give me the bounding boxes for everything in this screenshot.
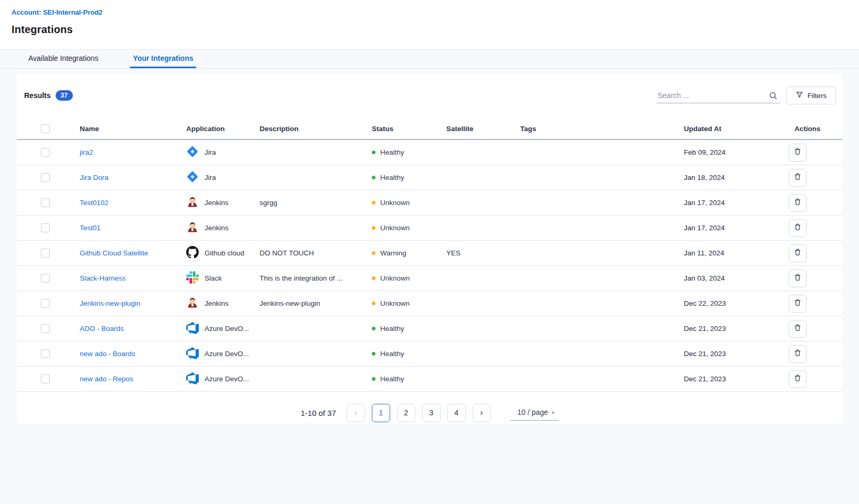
updated-at-cell: Dec 21, 2023 [684, 325, 789, 333]
integrations-panel: Results 37 Filters Name Application De [17, 74, 842, 424]
application-label: Jenkins [205, 299, 229, 307]
page-button-3[interactable]: 3 [422, 404, 441, 422]
table-row: Slack-HarnessSlackThis is the integratio… [17, 266, 842, 291]
jenkins-icon [186, 196, 199, 210]
status-dot [372, 327, 375, 330]
delete-button[interactable] [789, 244, 807, 262]
select-all-checkbox[interactable] [41, 124, 50, 133]
table-row: new ado - BoardsAzure DevO...HealthyDec … [17, 341, 842, 367]
delete-button[interactable] [789, 194, 807, 212]
integration-name-link[interactable]: new ado - Repos [80, 375, 133, 383]
search-box [657, 88, 780, 103]
page-size-select[interactable]: 10 / page ▾ [510, 405, 559, 421]
satellite-cell: YES [446, 249, 520, 257]
filters-button[interactable]: Filters [786, 87, 836, 104]
status-label: Healthy [380, 174, 404, 181]
status-label: Warning [380, 249, 406, 257]
table-body: jira2JiraHealthyFeb 09, 2024Jira DoraJir… [17, 140, 842, 392]
row-checkbox[interactable] [41, 148, 50, 157]
page-header: Account: SEI-Internal-Prod2 Integrations [0, 0, 859, 50]
pagination-prev-button[interactable]: ‹ [347, 404, 365, 422]
trash-icon [793, 349, 802, 359]
table-row: Jira DoraJiraHealthyJan 18, 2024 [17, 165, 842, 190]
delete-button[interactable] [789, 345, 807, 363]
integration-name-link[interactable]: Github Cloud Satellite [80, 249, 148, 257]
integration-name-link[interactable]: Slack-Harness [80, 274, 126, 282]
status-label: Healthy [380, 325, 404, 333]
column-header-status: Status [372, 125, 446, 133]
updated-at-cell: Feb 09, 2024 [684, 148, 789, 156]
delete-button[interactable] [789, 219, 807, 237]
search-input[interactable] [657, 88, 780, 103]
github-icon [186, 246, 199, 260]
status-dot [372, 251, 375, 255]
status-label: Healthy [380, 148, 404, 156]
column-header-name: Name [80, 125, 186, 133]
updated-at-cell: Jan 03, 2024 [684, 274, 789, 282]
tab-available-integrations[interactable]: Available Integrations [25, 50, 102, 68]
trash-icon [793, 324, 802, 334]
row-checkbox[interactable] [41, 274, 50, 283]
pagination-next-button[interactable]: › [473, 404, 491, 422]
status-dot [372, 226, 375, 230]
column-header-satellite: Satellite [446, 125, 520, 133]
application-label: Slack [205, 274, 222, 282]
integrations-table: Name Application Description Status Sate… [17, 118, 842, 392]
trash-icon [793, 198, 802, 208]
status-label: Unknown [380, 224, 410, 232]
status-label: Healthy [380, 350, 404, 358]
jira-icon [186, 145, 199, 159]
row-checkbox[interactable] [41, 249, 50, 258]
azure-devops-icon [186, 347, 199, 361]
row-checkbox[interactable] [41, 349, 50, 358]
status-dot [372, 176, 375, 179]
chevron-right-icon: › [480, 409, 483, 417]
column-header-tags: Tags [520, 125, 684, 133]
page-button-4[interactable]: 4 [447, 404, 466, 422]
table-row: jira2JiraHealthyFeb 09, 2024 [17, 140, 842, 165]
delete-button[interactable] [789, 270, 807, 287]
status-dot [372, 377, 375, 381]
pagination-range-label: 1-10 of 37 [300, 409, 336, 417]
table-row: Github Cloud SatelliteGithub cloudDO NOT… [17, 241, 842, 266]
row-checkbox[interactable] [41, 173, 50, 182]
trash-icon [793, 173, 802, 183]
integration-name-link[interactable]: Test01 [80, 224, 101, 232]
delete-button[interactable] [789, 295, 807, 313]
slack-icon [186, 271, 199, 285]
trash-icon [793, 248, 802, 258]
trash-icon [793, 374, 802, 384]
column-header-actions: Actions [789, 125, 842, 133]
delete-button[interactable] [789, 370, 807, 388]
status-label: Unknown [380, 199, 410, 207]
filters-button-label: Filters [808, 92, 827, 100]
trash-icon [793, 298, 802, 308]
row-checkbox[interactable] [41, 198, 50, 207]
delete-button[interactable] [789, 320, 807, 338]
integration-name-link[interactable]: jira2 [80, 148, 93, 156]
application-label: Github cloud [205, 249, 244, 257]
row-checkbox[interactable] [41, 374, 50, 383]
integration-name-link[interactable]: Jenkins-new-plugin [80, 299, 141, 307]
delete-button[interactable] [789, 144, 807, 162]
row-checkbox[interactable] [41, 324, 50, 333]
integration-name-link[interactable]: ADO - Boards [80, 325, 124, 333]
row-checkbox[interactable] [41, 299, 50, 308]
account-breadcrumb-link[interactable]: Account: SEI-Internal-Prod2 [12, 8, 102, 16]
page-button-2[interactable]: 2 [397, 404, 415, 422]
integration-name-link[interactable]: new ado - Boards [80, 350, 135, 358]
updated-at-cell: Dec 21, 2023 [684, 350, 789, 358]
jenkins-icon [186, 221, 199, 235]
status-label: Unknown [380, 274, 410, 282]
tab-bar: Available Integrations Your Integrations [0, 50, 859, 69]
row-checkbox[interactable] [41, 223, 50, 232]
tab-your-integrations[interactable]: Your Integrations [130, 50, 197, 68]
delete-button[interactable] [789, 169, 807, 187]
status-dot [372, 151, 375, 154]
integration-name-link[interactable]: Jira Dora [80, 174, 109, 181]
column-header-updated-at: Updated At [684, 125, 789, 133]
integration-name-link[interactable]: Test0102 [80, 199, 109, 207]
description-cell: Jenkins-new-plugin [260, 299, 372, 307]
page-number-buttons: 1234 [372, 404, 466, 422]
page-button-1[interactable]: 1 [372, 404, 390, 422]
